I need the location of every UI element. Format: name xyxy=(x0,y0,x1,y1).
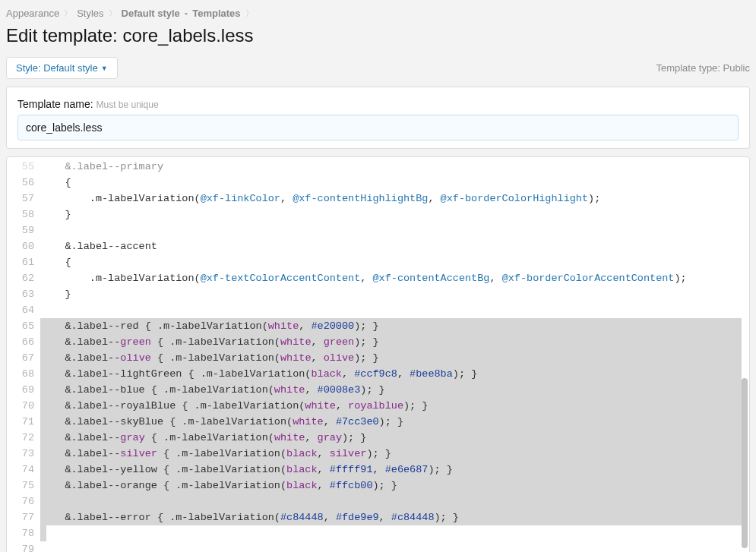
line-number: 77 xyxy=(7,509,34,525)
line-number: 64 xyxy=(7,302,34,318)
breadcrumb-item[interactable]: Appearance xyxy=(6,8,59,19)
line-number: 71 xyxy=(7,414,34,430)
code-line[interactable]: &.label--orange { .m-labelVariation(blac… xyxy=(40,478,742,494)
line-number: 56 xyxy=(7,175,34,191)
line-number: 68 xyxy=(7,366,34,382)
line-number: 78 xyxy=(7,525,34,541)
breadcrumb-item[interactable]: Default style xyxy=(122,8,180,19)
code-line[interactable]: } xyxy=(40,207,742,222)
code-line[interactable]: &.label--skyBlue { .m-labelVariation(whi… xyxy=(40,414,742,430)
breadcrumb: Appearance 〉 Styles 〉 Default style - Te… xyxy=(6,6,750,25)
caret-down-icon: ▼ xyxy=(101,65,108,72)
code-line[interactable]: &.label--lightGreen { .m-labelVariation(… xyxy=(40,366,742,382)
code-line[interactable]: &.label--yellow { .m-labelVariation(blac… xyxy=(40,462,742,478)
line-number: 75 xyxy=(7,478,34,494)
breadcrumb-item[interactable]: Templates xyxy=(192,8,240,19)
code-line[interactable] xyxy=(40,494,742,509)
code-line[interactable]: &.label--primary xyxy=(40,159,742,175)
template-name-hint: Must be unique xyxy=(96,99,159,110)
style-selector-button[interactable]: Style: Default style ▼ xyxy=(6,57,118,79)
breadcrumb-item[interactable]: Styles xyxy=(77,8,103,19)
line-number: 57 xyxy=(7,191,34,207)
chevron-right-icon: 〉 xyxy=(64,8,72,19)
code-line[interactable]: &.label--olive { .m-labelVariation(white… xyxy=(40,350,742,366)
code-line[interactable]: &.label--silver { .m-labelVariation(blac… xyxy=(40,446,742,462)
code-line[interactable]: &.label--red { .m-labelVariation(white, … xyxy=(40,318,742,334)
code-line[interactable] xyxy=(40,541,742,552)
line-number: 58 xyxy=(7,207,34,222)
code-line[interactable]: &.label--royalBlue { .m-labelVariation(w… xyxy=(40,398,742,414)
code-line[interactable]: &.label--error { .m-labelVariation(#c844… xyxy=(40,509,742,525)
line-number: 62 xyxy=(7,270,34,286)
code-line[interactable]: &.label--gray { .m-labelVariation(white,… xyxy=(40,430,742,446)
code-line[interactable]: &.label--accent xyxy=(40,238,742,254)
template-name-panel: Template name: Must be unique xyxy=(6,87,750,149)
line-number: 76 xyxy=(7,494,34,509)
line-number: 65 xyxy=(7,318,34,334)
code-line[interactable] xyxy=(40,302,742,318)
line-number: 61 xyxy=(7,254,34,270)
line-number: 69 xyxy=(7,382,34,398)
line-number: 73 xyxy=(7,446,34,462)
line-number: 74 xyxy=(7,462,34,478)
code-line[interactable]: } xyxy=(40,525,742,541)
line-number: 79 xyxy=(7,541,34,552)
code-area[interactable]: &.label--primary { .m-labelVariation(@xf… xyxy=(40,159,749,552)
line-number: 55 xyxy=(7,159,34,175)
line-number: 63 xyxy=(7,286,34,302)
line-number: 70 xyxy=(7,398,34,414)
code-line[interactable]: .m-labelVariation(@xf-textColorAccentCon… xyxy=(40,270,742,286)
chevron-right-icon: 〉 xyxy=(109,8,117,19)
line-number: 60 xyxy=(7,238,34,254)
line-number: 59 xyxy=(7,222,34,238)
code-line[interactable]: .m-labelVariation(@xf-linkColor, @xf-con… xyxy=(40,191,742,207)
line-number: 66 xyxy=(7,334,34,350)
code-editor[interactable]: 5556575859606162636465666768697071727374… xyxy=(6,156,750,552)
style-selector-label: Style: Default style xyxy=(16,62,98,74)
chevron-right-icon: 〉 xyxy=(245,8,254,19)
code-line[interactable]: &.label--green { .m-labelVariation(white… xyxy=(40,334,742,350)
editor-scrollbar[interactable] xyxy=(742,160,748,552)
code-line[interactable]: { xyxy=(40,254,742,270)
template-name-label: Template name: Must be unique xyxy=(17,98,739,115)
template-name-input[interactable] xyxy=(17,115,739,140)
code-line[interactable]: &.label--blue { .m-labelVariation(white,… xyxy=(40,382,742,398)
code-line[interactable] xyxy=(40,222,742,238)
code-line[interactable]: { xyxy=(40,175,742,191)
scroll-thumb[interactable] xyxy=(742,378,748,548)
page-title: Edit template: core_labels.less xyxy=(6,25,750,57)
line-gutter: 5556575859606162636465666768697071727374… xyxy=(7,159,40,552)
line-number: 72 xyxy=(7,430,34,446)
template-type-label: Template type: Public xyxy=(656,62,750,74)
line-number: 67 xyxy=(7,350,34,366)
breadcrumb-sep: - xyxy=(185,8,188,19)
code-line[interactable]: } xyxy=(40,286,742,302)
